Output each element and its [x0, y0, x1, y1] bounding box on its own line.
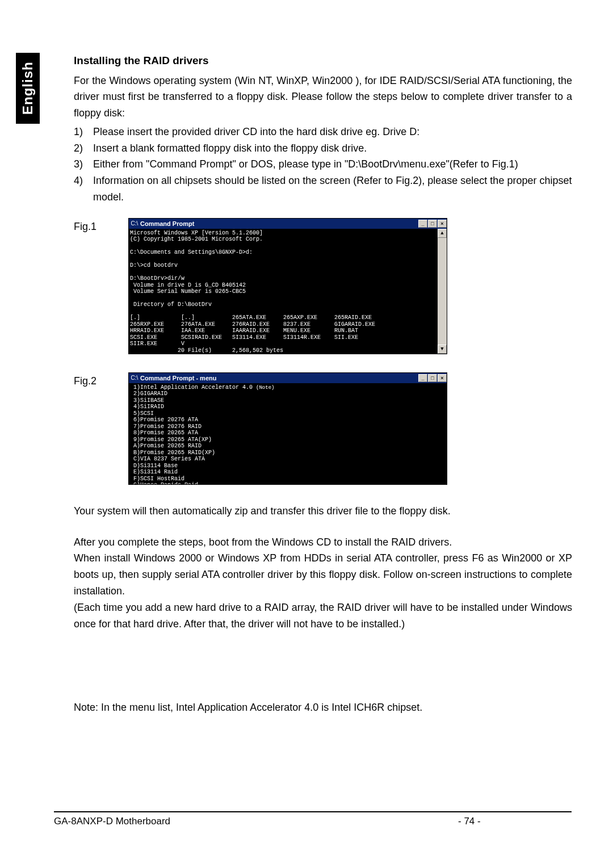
step-number: 3) — [74, 156, 93, 173]
step-number: 1) — [74, 124, 93, 140]
console-output: Microsoft Windows XP [Version 5.1.2600] … — [129, 229, 438, 354]
step-item: 4)Information on all chipsets should be … — [74, 173, 572, 206]
footnote: Note: In the menu list, Intel Applicatio… — [74, 700, 572, 715]
window-title: Command Prompt - menu — [140, 375, 418, 382]
console-body: 1)Intel Application Accelerator 4.0 (Not… — [129, 383, 447, 484]
language-tab: English — [16, 53, 40, 124]
section-heading: Installing the RAID drivers — [74, 53, 572, 69]
step-item: 2)Insert a blank formatted floppy disk i… — [74, 140, 572, 157]
paragraph: Your system will then automatically zip … — [74, 503, 572, 519]
after-figures-text: Your system will then automatically zip … — [74, 503, 572, 632]
paragraph: (Each time you add a new hard drive to a… — [74, 599, 572, 632]
window-titlebar: C:\ Command Prompt _ □ × — [129, 219, 447, 229]
note-annotation: (Note) — [256, 385, 274, 391]
page-content: Installing the RAID drivers For the Wind… — [74, 53, 572, 715]
footer-page-number: - 74 - — [458, 814, 572, 829]
figure-2-row: Fig.2 C:\ Command Prompt - menu _ □ × 1)… — [74, 372, 572, 485]
command-prompt-window-2: C:\ Command Prompt - menu _ □ × 1)Intel … — [128, 372, 447, 485]
minimize-button[interactable]: _ — [418, 374, 427, 382]
vertical-scrollbar[interactable]: ▲ ▼ — [438, 229, 447, 354]
footer-product-name: GA-8ANXP-D Motherboard — [54, 814, 458, 829]
step-text: Insert a blank formatted floppy disk int… — [93, 140, 572, 157]
figure-1-label: Fig.1 — [74, 218, 128, 234]
cmd-icon: C:\ — [131, 220, 138, 228]
steps-list: 1)Please insert the provided driver CD i… — [74, 124, 572, 206]
step-text: Please insert the provided driver CD int… — [93, 124, 572, 140]
intro-paragraph: For the Windows operating system (Win NT… — [74, 73, 572, 121]
figure-2-label: Fig.2 — [74, 372, 128, 389]
close-button[interactable]: × — [438, 220, 447, 228]
figure-1-row: Fig.1 C:\ Command Prompt _ □ × Microsoft… — [74, 218, 572, 354]
step-text: Information on all chipsets should be li… — [93, 173, 572, 206]
page-footer: GA-8ANXP-D Motherboard - 74 - — [54, 811, 572, 829]
maximize-button[interactable]: □ — [428, 374, 437, 382]
cmd-icon: C:\ — [131, 374, 138, 382]
window-titlebar: C:\ Command Prompt - menu _ □ × — [129, 373, 447, 383]
window-title: Command Prompt — [140, 220, 418, 228]
paragraph: When install Windows 2000 or Windows XP … — [74, 550, 572, 599]
step-text: Either from "Command Prompt" or DOS, ple… — [93, 156, 572, 173]
step-number: 4) — [74, 173, 93, 206]
command-prompt-window-1: C:\ Command Prompt _ □ × Microsoft Windo… — [128, 218, 447, 354]
paragraph: After you complete the steps, boot from … — [74, 534, 572, 551]
maximize-button[interactable]: □ — [428, 220, 437, 228]
step-number: 2) — [74, 140, 93, 157]
window-buttons: _ □ × — [418, 374, 447, 382]
console-output: 1)Intel Application Accelerator 4.0 (Not… — [129, 383, 447, 484]
menu-line-1: 1)Intel Application Accelerator 4.0 — [130, 384, 256, 391]
scroll-down-icon[interactable]: ▼ — [438, 345, 447, 354]
scroll-up-icon[interactable]: ▲ — [438, 229, 447, 238]
minimize-button[interactable]: _ — [418, 220, 427, 228]
close-button[interactable]: × — [438, 374, 447, 382]
step-item: 1)Please insert the provided driver CD i… — [74, 124, 572, 140]
window-buttons: _ □ × — [418, 220, 447, 228]
step-item: 3)Either from "Command Prompt" or DOS, p… — [74, 156, 572, 173]
console-body: Microsoft Windows XP [Version 5.1.2600] … — [129, 229, 447, 354]
